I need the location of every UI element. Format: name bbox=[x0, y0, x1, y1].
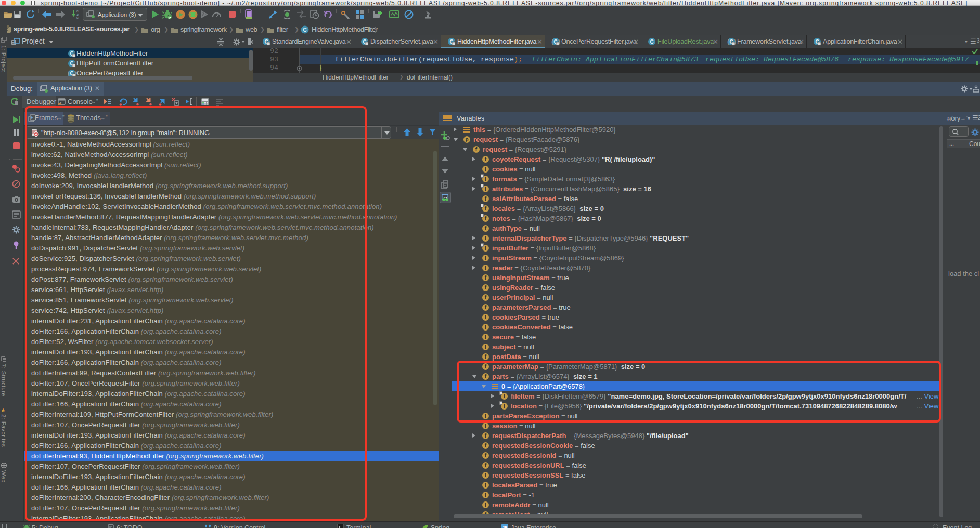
svg-text:(: ( bbox=[551, 38, 553, 45]
svg-text:C: C bbox=[650, 39, 653, 45]
svg-text:): ) bbox=[734, 38, 736, 45]
svg-text:(: ( bbox=[727, 38, 729, 45]
svg-text:JE: JE bbox=[502, 525, 508, 528]
svg-text:C: C bbox=[303, 27, 306, 33]
svg-text:): ) bbox=[558, 38, 560, 45]
svg-text:01: 01 bbox=[76, 16, 79, 19]
